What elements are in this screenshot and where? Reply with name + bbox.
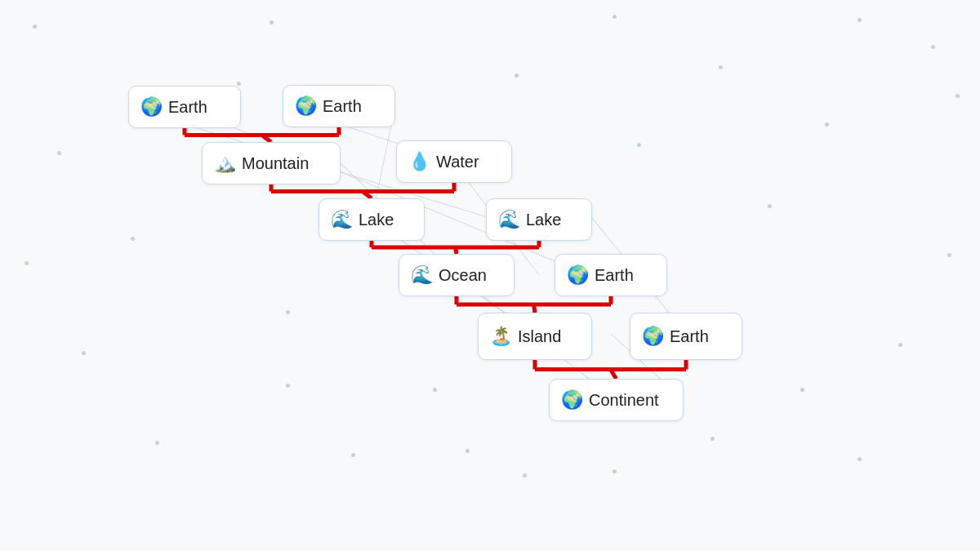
canvas: 🌍Earth🌍Earth🏔️Mountain💧Water🌊Lake🌊Lake🌊O… bbox=[0, 0, 980, 551]
node-continent[interactable]: 🌍Continent bbox=[549, 379, 684, 421]
node-emoji: 🌊 bbox=[331, 211, 353, 229]
node-emoji: 🌊 bbox=[498, 211, 520, 229]
node-mountain[interactable]: 🏔️Mountain bbox=[202, 142, 341, 184]
node-label: Earth bbox=[168, 98, 207, 117]
node-ocean[interactable]: 🌊Ocean bbox=[399, 254, 514, 296]
node-emoji: 🌊 bbox=[411, 266, 433, 284]
node-label: Earth bbox=[670, 327, 709, 346]
node-emoji: 🌍 bbox=[567, 266, 589, 284]
node-lake2[interactable]: 🌊Lake bbox=[486, 198, 592, 241]
node-label: Earth bbox=[323, 97, 362, 116]
node-emoji: 🏝️ bbox=[490, 327, 512, 345]
node-emoji: 🌍 bbox=[295, 97, 317, 115]
node-emoji: 🌍 bbox=[561, 391, 583, 409]
node-emoji: 🌍 bbox=[140, 98, 163, 116]
node-island[interactable]: 🏝️Island bbox=[478, 313, 592, 360]
node-label: Earth bbox=[595, 266, 634, 285]
node-water[interactable]: 💧Water bbox=[396, 140, 512, 183]
node-emoji: 🏔️ bbox=[214, 154, 236, 172]
node-label: Mountain bbox=[242, 154, 309, 173]
node-emoji: 💧 bbox=[408, 153, 430, 171]
node-earth3[interactable]: 🌍Earth bbox=[555, 254, 667, 296]
node-label: Lake bbox=[359, 211, 394, 229]
svg-line-21 bbox=[456, 247, 457, 254]
node-lake1[interactable]: 🌊Lake bbox=[318, 198, 425, 241]
node-label: Lake bbox=[526, 211, 561, 229]
node-earth2[interactable]: 🌍Earth bbox=[283, 85, 395, 127]
node-earth1[interactable]: 🌍Earth bbox=[128, 86, 241, 128]
svg-line-25 bbox=[534, 304, 536, 313]
node-earth4[interactable]: 🌍Earth bbox=[630, 313, 742, 360]
node-label: Ocean bbox=[439, 266, 487, 285]
node-label: Water bbox=[436, 153, 479, 171]
node-label: Island bbox=[518, 327, 561, 346]
node-label: Continent bbox=[589, 391, 659, 410]
node-emoji: 🌍 bbox=[642, 327, 664, 345]
